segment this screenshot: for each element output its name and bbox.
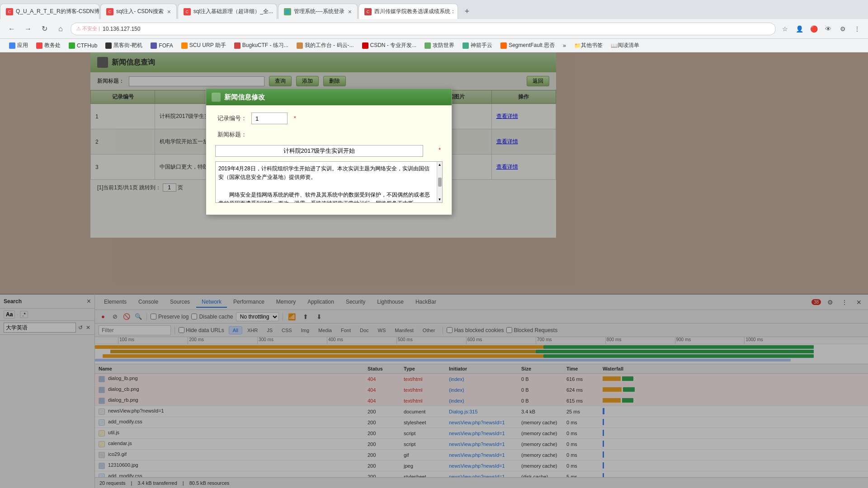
nav-icons: ☆ 👤 🔴 👁 ⚙ ⋮ [779, 23, 863, 34]
bookmarks-bar: 应用 教务处 CTFHub 黑客街-靶机 FOFA SCU URP 助手 Bug… [0, 39, 868, 52]
csdn-icon [362, 42, 368, 49]
title-label: 新闻标题： [215, 131, 247, 139]
news-title-edit-input[interactable] [215, 145, 423, 157]
bookmark-more[interactable]: » [559, 42, 570, 50]
bookmark-shenjian[interactable]: 神箭手云 [459, 41, 496, 50]
tab-title-4: 管理系统----系统登录 [294, 8, 344, 15]
tab-favicon-2: C [106, 8, 113, 15]
ctfhub-icon [69, 42, 75, 49]
modal-body: 记录编号： * 新闻标题： * ▲ [206, 105, 452, 215]
tab-title-2: sql注入- CSDN搜索 [116, 8, 164, 15]
form-row-id: 记录编号： * [215, 113, 443, 124]
hacker-icon [105, 42, 112, 49]
extension-icon-2[interactable]: 👁 [823, 23, 834, 34]
new-tab-button[interactable]: + [461, 5, 473, 18]
webpage: 新闻信息查询 新闻标题： 查询 添加 删除 返回 记录编号 新闻标题 [0, 52, 868, 488]
url-display: 10.136.127.150 [103, 26, 140, 32]
tab-title-5: 西川传媒学院教务选课成绩系统： [374, 8, 456, 15]
apps-icon [9, 42, 15, 49]
bookmark-scu[interactable]: SCU URP 助手 [178, 41, 230, 50]
record-required: * [294, 115, 296, 122]
tab-close-3[interactable]: × [277, 8, 277, 15]
scroll-thumb [438, 178, 442, 187]
tab-title-1: Q_U_A_R_T_E_R的博客-CSDN博 [16, 8, 99, 15]
security-warning: ⚠ 不安全 | [76, 25, 100, 32]
bookmark-attack[interactable]: 攻防世界 [421, 41, 458, 50]
bookmark-reading[interactable]: 📖 阅读清单 [607, 41, 643, 50]
account-icon[interactable]: 👤 [794, 23, 805, 34]
record-input[interactable] [251, 113, 288, 124]
record-label: 记录编号： [215, 114, 247, 122]
tab-title-3: sql注入基础原理（超详细）_全... [193, 8, 273, 15]
tab-close-2[interactable]: × [167, 8, 171, 15]
bookmark-apps[interactable]: 应用 [5, 41, 32, 50]
scroll-up-icon[interactable]: ▲ [438, 163, 442, 167]
tab-favicon-5: C [364, 8, 372, 15]
bookmark-star-icon[interactable]: ☆ [779, 23, 790, 34]
extension-icon-3[interactable]: ⚙ [837, 23, 848, 34]
extension-icon-1[interactable]: 🔴 [808, 23, 819, 34]
menu-button[interactable]: ⋮ [852, 23, 863, 34]
tab-favicon-3: C [184, 8, 191, 15]
jwc-icon [36, 42, 42, 49]
tab-close-4[interactable]: × [348, 8, 352, 15]
form-row-title: 新闻标题： [215, 131, 443, 139]
bugku-icon [234, 42, 241, 49]
news-content-textarea[interactable] [216, 162, 437, 202]
home-button[interactable]: ⌂ [54, 23, 67, 35]
back-button[interactable]: ← [5, 23, 18, 35]
title-required: * [439, 147, 441, 153]
scroll-down-icon[interactable]: ▼ [438, 197, 442, 202]
tab-3[interactable]: C sql注入基础原理（超详细）_全... × [178, 4, 277, 19]
bookmark-fofa[interactable]: FOFA [147, 42, 176, 50]
tab-4[interactable]: 🌐 管理系统----系统登录 × [278, 4, 358, 19]
modal-title: 新闻信息修改 [224, 93, 265, 102]
modal-dialog: 新闻信息修改 记录编号： * 新闻标题： * [206, 89, 452, 215]
fofa-icon [151, 42, 157, 49]
reload-button[interactable]: ↻ [38, 23, 51, 35]
shenjian-icon [462, 42, 469, 49]
gitee-icon [297, 42, 303, 49]
main-content: 新闻信息查询 新闻标题： 查询 添加 删除 返回 记录编号 新闻标题 [0, 52, 868, 488]
bookmark-segfault[interactable]: SegmentFault 思否 [497, 41, 558, 50]
tab-1[interactable]: C Q_U_A_R_T_E_R的博客-CSDN博 × [0, 4, 99, 19]
bookmark-bugku[interactable]: BugkuCTF - 练习... [231, 41, 292, 50]
textarea-scrollbar[interactable]: ▲ ▼ [437, 162, 442, 202]
modal-header-icon [212, 93, 221, 102]
tab-favicon-1: C [6, 8, 13, 15]
bookmark-gitee[interactable]: 我的工作台 - 码云-... [293, 41, 358, 50]
tab-favicon-4: 🌐 [284, 8, 291, 15]
modal-header: 新闻信息修改 [206, 89, 452, 105]
tab-5[interactable]: C 西川传媒学院教务选课成绩系统： × [359, 4, 458, 19]
attack-icon [425, 42, 431, 49]
tab-bar: C Q_U_A_R_T_E_R的博客-CSDN博 × C sql注入- CSDN… [0, 0, 868, 19]
bookmark-jwc[interactable]: 教务处 [33, 41, 64, 50]
nav-bar: ← → ↻ ⌂ ⚠ 不安全 | 10.136.127.150 ☆ 👤 🔴 👁 ⚙… [0, 19, 868, 39]
scu-icon [181, 42, 188, 49]
address-bar[interactable]: ⚠ 不安全 | 10.136.127.150 [71, 23, 776, 35]
webpage-inner: 新闻信息查询 新闻标题： 查询 添加 删除 返回 记录编号 新闻标题 [0, 52, 868, 488]
bookmark-csdn[interactable]: CSDN - 专业开发... [359, 41, 420, 50]
bookmark-other[interactable]: 📁 其他书签 [571, 41, 606, 50]
content-textarea-wrap: ▲ ▼ [215, 161, 443, 203]
forward-button[interactable]: → [22, 23, 34, 35]
bookmark-ctfhub[interactable]: CTFHub [65, 42, 101, 50]
segfault-icon [500, 42, 507, 49]
bookmark-hacker[interactable]: 黑客街-靶机 [102, 41, 146, 50]
tab-2[interactable]: C sql注入- CSDN搜索 × [100, 4, 177, 19]
